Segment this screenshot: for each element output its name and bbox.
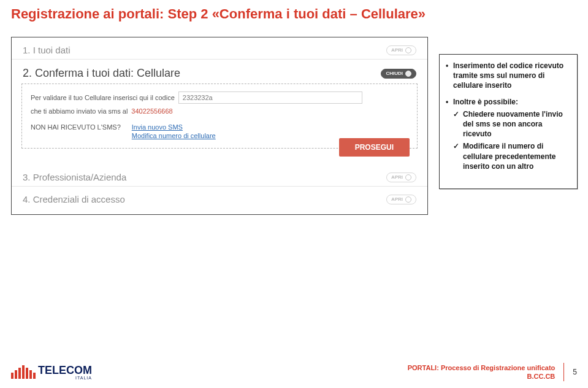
send-new-sms-link[interactable]: Invia nuovo SMS [132, 123, 216, 131]
phone-number: 34022556668 [131, 107, 172, 115]
plus-icon [405, 174, 411, 180]
telecom-logo: TELECOM ITALIA [11, 365, 92, 380]
plus-icon [405, 47, 411, 53]
instr-pre: Per validare il tuo Cellulare inserisci … [31, 94, 175, 101]
proceed-button[interactable]: PROSEGUI [339, 138, 410, 157]
step-1-row[interactable]: 1. I tuoi dati APRI [12, 37, 427, 60]
note-2a: Chiedere nuovamente l'invio del sms se n… [453, 109, 571, 139]
page-number: 5 [573, 368, 577, 376]
step-3-row[interactable]: 3. Professionista/Azienda APRI [12, 158, 427, 187]
note-1: Inserimento del codice ricevuto tramite … [446, 61, 571, 91]
note-2: Inoltre è possibile: Chiedere nuovamente… [446, 97, 571, 171]
step-4-label: 4. Credenziali di accesso [23, 194, 125, 204]
step-1-label: 1. I tuoi dati [23, 45, 71, 55]
plus-icon [405, 196, 411, 203]
registration-ui-panel: 1. I tuoi dati APRI 2. Conferma i tuoi d… [11, 37, 428, 215]
footer-right: PORTALI: Processo di Registrazione unifi… [408, 363, 577, 381]
sms-help-row: NON HAI RICEVUTO L'SMS? Invia nuovo SMS … [31, 123, 408, 139]
step-3-label: 3. Professionista/Azienda [23, 172, 126, 182]
step-2-toggle-label: CHIUDI [386, 71, 403, 76]
logo-bars-icon [11, 365, 36, 379]
step-2-content: Per validare il tuo Cellulare inserisci … [21, 83, 418, 149]
note-2-title: Inoltre è possibile: [453, 98, 518, 106]
step-2-label: 2. Conferma i tuoi dati: Cellulare [23, 67, 180, 80]
step-1-toggle[interactable]: APRI [386, 45, 416, 55]
minus-icon [405, 71, 411, 77]
logo-brand-sub: ITALIA [38, 376, 92, 380]
step-4-row[interactable]: 4. Credenziali di accesso APRI [12, 187, 427, 214]
step-4-toggle[interactable]: APRI [386, 195, 416, 204]
logo-brand: TELECOM [38, 365, 92, 376]
slide-footer: TELECOM ITALIA PORTALI: Processo di Regi… [0, 361, 588, 388]
sms-links: Invia nuovo SMS Modifica numero di cellu… [132, 123, 216, 139]
footer-process: PORTALI: Processo di Registrazione unifi… [408, 363, 556, 381]
modify-number-link[interactable]: Modifica numero di cellulare [132, 132, 216, 139]
step-4-toggle-label: APRI [391, 196, 403, 202]
step-2-toggle[interactable]: CHIUDI [381, 69, 416, 79]
instr-post-pre: che ti abbiamo inviato via sms al [31, 107, 128, 115]
note-2b: Modificare il numero di cellulare preced… [453, 141, 571, 171]
footer-process-code: B.CC.CB [408, 372, 556, 381]
step-3-toggle[interactable]: APRI [386, 173, 416, 182]
step-1-toggle-label: APRI [391, 47, 403, 53]
footer-process-title: PORTALI: Processo di Registrazione unifi… [408, 363, 556, 372]
sms-code-input[interactable] [178, 91, 362, 104]
sms-not-received-label: NON HAI RICEVUTO L'SMS? [31, 123, 121, 131]
slide-title: Registrazione ai portali: Step 2 «Confer… [11, 6, 426, 22]
notes-box: Inserimento del codice ricevuto tramite … [439, 54, 578, 189]
step-3-toggle-label: APRI [391, 174, 403, 180]
footer-divider [563, 363, 564, 381]
step-2-row[interactable]: 2. Conferma i tuoi dati: Cellulare CHIUD… [12, 60, 427, 81]
validation-instruction: Per validare il tuo Cellulare inserisci … [31, 91, 408, 115]
